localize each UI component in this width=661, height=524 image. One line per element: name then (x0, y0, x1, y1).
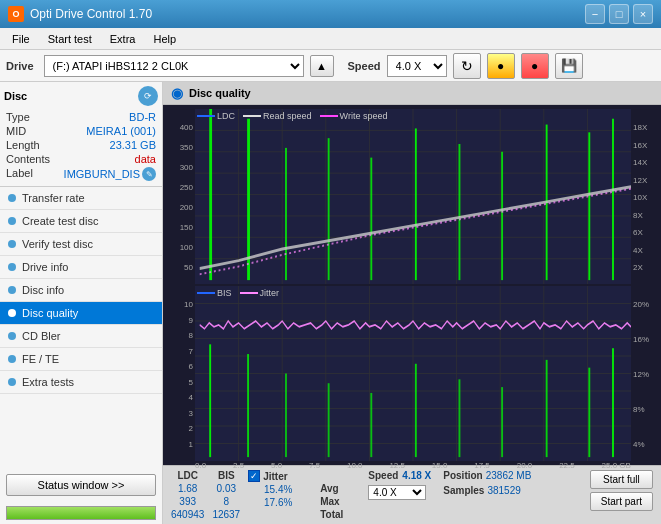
disc-length-value: 23.31 GB (110, 139, 156, 151)
disc-contents-value: data (135, 153, 156, 165)
speed-label: Speed (348, 60, 381, 72)
ldc-legend-color (197, 115, 215, 117)
sidebar-item-label: FE / TE (22, 353, 59, 365)
disc-type-row: Type BD-R (4, 110, 158, 124)
sidebar-item-label: Drive info (22, 261, 68, 273)
chart2-svg (195, 286, 631, 461)
bis-legend-label: BIS (217, 288, 232, 298)
action-buttons: Start full Start part (590, 470, 653, 511)
legend-ldc: LDC (197, 111, 235, 121)
sidebar-item-transfer-rate[interactable]: Transfer rate (0, 187, 162, 210)
sidebar-item-fe-te[interactable]: FE / TE (0, 348, 162, 371)
menu-bar: File Start test Extra Help (0, 28, 661, 50)
drive-select[interactable]: (F:) ATAPI iHBS112 2 CL0K (44, 55, 304, 77)
disc-mid-row: MID MEIRA1 (001) (4, 124, 158, 138)
svg-rect-17 (209, 109, 212, 280)
sidebar-item-disc-info[interactable]: Disc info (0, 279, 162, 302)
nav-dot-icon (8, 378, 16, 386)
refresh-button[interactable]: ↻ (453, 53, 481, 79)
disc-quality-icon: ◉ (171, 85, 183, 101)
ldc-legend-label: LDC (217, 111, 235, 121)
jitter-header-row: ✓ Jitter (248, 470, 308, 482)
jitter-header: Jitter (263, 471, 287, 482)
ldc-total-value: 640943 (171, 509, 204, 520)
read-legend-label: Read speed (263, 111, 312, 121)
disc-contents-label: Contents (6, 153, 50, 165)
chart1-legend: LDC Read speed Write speed (197, 111, 387, 121)
svg-rect-54 (501, 387, 503, 457)
menu-extra[interactable]: Extra (102, 31, 144, 47)
disc-title: Disc (4, 90, 27, 102)
disc-header: Disc ⟳ (4, 86, 158, 106)
sidebar-item-cd-bler[interactable]: CD Bler (0, 325, 162, 348)
read-legend-color (243, 115, 261, 117)
close-button[interactable]: × (633, 4, 653, 24)
svg-rect-20 (328, 138, 330, 280)
start-full-button[interactable]: Start full (590, 470, 653, 489)
speed-select[interactable]: 4.0 X (368, 485, 426, 500)
legend-jitter: Jitter (240, 288, 280, 298)
app-icon: O (8, 6, 24, 22)
menu-file[interactable]: File (4, 31, 38, 47)
disc-write-button[interactable]: ● (521, 53, 549, 79)
disc-type-label: Type (6, 111, 30, 123)
speed-stats: Speed 4.18 X 4.0 X (368, 470, 431, 500)
jitter-max-value: 17.6% (248, 497, 308, 508)
chart2-svg-area: BIS Jitter (195, 286, 631, 461)
sidebar-item-label: Verify test disc (22, 238, 93, 250)
sidebar-item-verify-test-disc[interactable]: Verify test disc (0, 233, 162, 256)
legend-read: Read speed (243, 111, 312, 121)
disc-type-value: BD-R (129, 111, 156, 123)
label-edit-icon[interactable]: ✎ (142, 167, 156, 181)
main-area: Disc ⟳ Type BD-R MID MEIRA1 (001) Length… (0, 82, 661, 524)
disc-length-label: Length (6, 139, 40, 151)
sidebar-item-label: Transfer rate (22, 192, 85, 204)
speed-select[interactable]: 4.0 X (387, 55, 447, 77)
svg-rect-23 (458, 144, 460, 280)
sidebar-item-drive-info[interactable]: Drive info (0, 256, 162, 279)
minimize-button[interactable]: − (585, 4, 605, 24)
jitter-stats: ✓ Jitter 15.4% 17.6% (248, 470, 308, 510)
ldc-header: LDC (171, 470, 204, 481)
drive-label: Drive (6, 60, 34, 72)
ldc-max-value: 393 (171, 496, 204, 507)
sidebar-item-label: CD Bler (22, 330, 61, 342)
position-value: 23862 MB (486, 470, 532, 481)
title-bar: O Opti Drive Control 1.70 − □ × (0, 0, 661, 28)
menu-start-test[interactable]: Start test (40, 31, 100, 47)
samples-label: Samples (443, 485, 484, 496)
save-button[interactable]: 💾 (555, 53, 583, 79)
speed-value: 4.18 X (402, 470, 431, 481)
sidebar-item-create-test-disc[interactable]: Create test disc (0, 210, 162, 233)
jitter-legend-color (240, 292, 258, 294)
write-legend-label: Write speed (340, 111, 388, 121)
speed-row: Speed 4.18 X (368, 470, 431, 481)
disc-length-row: Length 23.31 GB (4, 138, 158, 152)
disc-label-value: IMGBURN_DIS ✎ (64, 167, 156, 181)
svg-rect-18 (247, 119, 250, 280)
start-part-button[interactable]: Start part (590, 492, 653, 511)
position-row: Position 23862 MB (443, 470, 531, 481)
svg-rect-55 (546, 360, 548, 457)
jitter-checkbox[interactable]: ✓ (248, 470, 260, 482)
sidebar-item-disc-quality[interactable]: Disc quality (0, 302, 162, 325)
ldc-stats: LDC 1.68 393 640943 (171, 470, 204, 520)
nav-dot-icon (8, 355, 16, 363)
chart1-y-left: 400 350 300 250 200 150 100 50 (167, 109, 195, 284)
stats-bar: LDC 1.68 393 640943 BIS 0.03 8 12637 ✓ J… (163, 465, 661, 524)
disc-refresh-icon[interactable]: ⟳ (138, 86, 158, 106)
svg-rect-50 (328, 383, 330, 457)
sidebar-item-extra-tests[interactable]: Extra tests (0, 371, 162, 394)
eject-button[interactable]: ▲ (310, 55, 334, 77)
disc-quality-title: Disc quality (189, 87, 251, 99)
menu-help[interactable]: Help (145, 31, 184, 47)
svg-rect-22 (415, 128, 417, 280)
maximize-button[interactable]: □ (609, 4, 629, 24)
bis-avg-value: 0.03 (212, 483, 240, 494)
avg-label: Avg (320, 483, 343, 494)
sidebar-item-label: Disc quality (22, 307, 78, 319)
status-window-button[interactable]: Status window >> (6, 474, 156, 496)
chart1-svg (195, 109, 631, 284)
chart2-legend: BIS Jitter (197, 288, 279, 298)
disc-read-button[interactable]: ● (487, 53, 515, 79)
